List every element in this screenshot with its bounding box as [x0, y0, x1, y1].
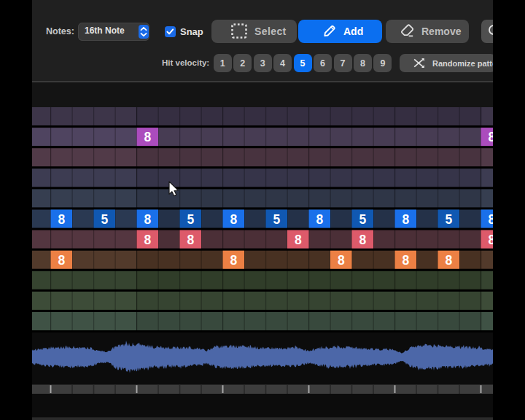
svg-text:5: 5 — [101, 212, 108, 227]
svg-text:8: 8 — [58, 253, 65, 268]
svg-text:8: 8 — [144, 130, 151, 144]
svg-text:5: 5 — [445, 212, 452, 227]
svg-text:8: 8 — [295, 233, 302, 247]
svg-text:8: 8 — [402, 253, 409, 268]
svg-text:8: 8 — [230, 253, 237, 268]
svg-text:5: 5 — [359, 212, 366, 227]
svg-text:8: 8 — [338, 253, 345, 268]
svg-text:8: 8 — [316, 212, 323, 227]
svg-text:5: 5 — [273, 212, 280, 227]
svg-text:8: 8 — [445, 253, 452, 268]
svg-text:8: 8 — [359, 233, 366, 247]
svg-text:8: 8 — [144, 233, 151, 247]
svg-text:8: 8 — [144, 212, 151, 227]
svg-text:8: 8 — [58, 212, 65, 227]
svg-text:8: 8 — [230, 212, 237, 227]
svg-text:8: 8 — [402, 212, 409, 227]
svg-text:5: 5 — [187, 212, 194, 227]
svg-text:8: 8 — [187, 233, 194, 247]
